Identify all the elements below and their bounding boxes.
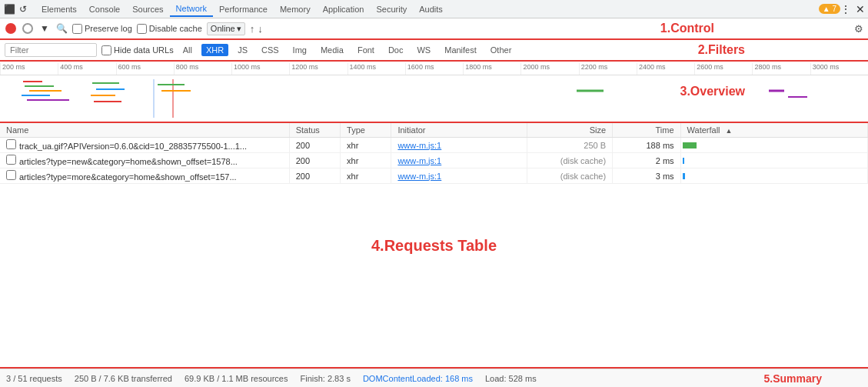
table-row[interactable]: articles?type=more&category=home&shown_o… <box>0 168 868 184</box>
filter-doc-button[interactable]: Doc <box>384 44 408 56</box>
tab-application[interactable]: Application <box>317 2 371 16</box>
cell-size: (disk cache) <box>527 168 613 184</box>
filter-js-button[interactable]: JS <box>233 44 252 56</box>
tab-sources[interactable]: Sources <box>126 2 169 16</box>
record-icon <box>5 23 16 34</box>
col-header-waterfall[interactable]: Waterfall ▲ <box>680 123 867 138</box>
filter-ws-button[interactable]: WS <box>412 44 435 56</box>
disable-cache-label[interactable]: Disable cache <box>137 24 202 34</box>
cell-status: 200 <box>289 138 340 153</box>
timeline-tick: 1000 ms <box>231 63 289 75</box>
tab-performance[interactable]: Performance <box>213 2 274 16</box>
cell-waterfall <box>680 168 867 184</box>
row-checkbox[interactable] <box>6 170 16 180</box>
cell-initiator[interactable]: www-m.js:1 <box>391 168 527 184</box>
table-row[interactable]: track_ua.gif?APIVersion=0.6.0&cid=10_288… <box>0 138 868 153</box>
timeline-tick: 2200 ms <box>579 63 637 75</box>
col-header-status[interactable]: Status <box>289 123 340 138</box>
disable-cache-text: Disable cache <box>149 24 202 33</box>
preserve-log-checkbox[interactable] <box>72 24 82 34</box>
disable-cache-checkbox[interactable] <box>137 24 147 34</box>
overview-section: 200 ms400 ms600 ms800 ms1000 ms1200 ms14… <box>0 62 868 123</box>
cell-type: xhr <box>341 168 391 184</box>
cell-size: 250 B <box>527 138 613 153</box>
throttle-selector[interactable]: Online ▾ <box>207 22 245 35</box>
resources-size: 69.9 KB / 1.1 MB resources <box>185 374 288 383</box>
cell-time: 3 ms <box>613 168 681 184</box>
row-checkbox[interactable] <box>6 139 16 149</box>
close-icon[interactable]: ✕ <box>856 3 865 15</box>
summary-bar: 3 / 51 requests 250 B / 7.6 KB transferr… <box>0 369 868 387</box>
col-header-type[interactable]: Type <box>341 123 391 138</box>
alert-badge: ▲ 7 <box>819 4 840 14</box>
waterfall-bar <box>683 173 685 179</box>
hide-data-urls-checkbox[interactable] <box>101 45 111 55</box>
timeline-tick: 2400 ms <box>637 63 694 75</box>
cell-initiator[interactable]: www-m.js:1 <box>391 138 527 153</box>
cell-type: xhr <box>341 153 391 168</box>
devtools-tab-bar: ⬛ ↺ Elements Console Sources Network Per… <box>0 0 868 18</box>
hide-data-urls-text: Hide data URLs <box>114 45 174 55</box>
filter-manifest-button[interactable]: Manifest <box>440 44 481 56</box>
table-row[interactable]: articles?type=new&category=home&shown_of… <box>0 153 868 168</box>
devtools-icon-2[interactable]: ↺ <box>17 3 29 15</box>
tab-memory[interactable]: Memory <box>274 2 317 16</box>
preserve-log-label[interactable]: Preserve log <box>72 24 132 34</box>
tab-console[interactable]: Console <box>83 2 126 16</box>
filter-font-button[interactable]: Font <box>353 44 379 56</box>
timeline-tick: 1200 ms <box>289 63 347 75</box>
timeline-tick: 400 ms <box>58 63 115 75</box>
timeline-tick: 1800 ms <box>463 63 520 75</box>
hide-data-urls-label[interactable]: Hide data URLs <box>101 45 174 55</box>
timeline-tick: 2600 ms <box>694 63 752 75</box>
upload-icon: ↑ <box>250 23 255 35</box>
timeline-tick: 200 ms <box>0 63 58 75</box>
filter-bar: Hide data URLs All XHR JS CSS Img Media … <box>0 40 868 62</box>
download-icon: ↓ <box>258 23 263 35</box>
waterfall-sort-arrow: ▲ <box>726 127 733 135</box>
filter-input[interactable] <box>5 43 97 57</box>
tab-audits[interactable]: Audits <box>413 2 449 16</box>
clear-button[interactable] <box>22 22 34 35</box>
cell-time: 2 ms <box>613 153 681 168</box>
cell-status: 200 <box>289 153 340 168</box>
control-bar: ▼ 🔍 Preserve log Disable cache Online ▾ … <box>0 18 868 40</box>
timeline-tick: 1400 ms <box>348 63 405 75</box>
load-time: Load: 528 ms <box>485 374 537 383</box>
record-button[interactable] <box>5 22 17 35</box>
filter-button[interactable]: ▼ <box>38 22 51 35</box>
gear-icon[interactable]: ⚙ <box>854 23 863 35</box>
summary-section-label: 5.Summary <box>764 372 822 385</box>
tab-network[interactable]: Network <box>170 2 213 17</box>
cell-waterfall <box>680 153 867 168</box>
requests-table: Name Status Type Initiator Size Time Wat… <box>0 123 868 184</box>
preserve-log-text: Preserve log <box>85 24 132 33</box>
col-header-size[interactable]: Size <box>527 123 613 138</box>
cell-initiator[interactable]: www-m.js:1 <box>391 153 527 168</box>
finish-time: Finish: 2.83 s <box>300 374 350 383</box>
vertical-dots-icon[interactable]: ⋮ <box>840 3 851 15</box>
tab-elements[interactable]: Elements <box>35 2 83 16</box>
cell-type: xhr <box>341 138 391 153</box>
tab-security[interactable]: Security <box>370 2 413 16</box>
requests-count: 3 / 51 requests <box>6 374 62 383</box>
dom-loaded-time: DOMContentLoaded: 168 ms <box>363 374 473 383</box>
clear-icon <box>22 23 33 34</box>
filter-img-button[interactable]: Img <box>288 44 311 56</box>
filter-other-button[interactable]: Other <box>486 44 517 56</box>
devtools-icon-1[interactable]: ⬛ <box>3 3 15 15</box>
col-header-time[interactable]: Time <box>613 123 681 138</box>
col-header-initiator[interactable]: Initiator <box>391 123 527 138</box>
overview-section-label: 3.Overview <box>680 85 746 98</box>
table-header-row: Name Status Type Initiator Size Time Wat… <box>0 123 868 138</box>
filter-xhr-button[interactable]: XHR <box>201 44 228 56</box>
requests-table-wrapper[interactable]: 4.Requests Table Name Status Type Initia… <box>0 123 868 369</box>
filter-all-button[interactable]: All <box>178 44 197 56</box>
timeline-tick: 2800 ms <box>752 63 810 75</box>
col-header-name[interactable]: Name <box>0 123 289 138</box>
filter-media-button[interactable]: Media <box>316 44 348 56</box>
row-checkbox[interactable] <box>6 155 16 165</box>
search-button[interactable]: 🔍 <box>55 22 68 35</box>
filter-css-button[interactable]: CSS <box>257 44 284 56</box>
timeline-ruler: 200 ms400 ms600 ms800 ms1000 ms1200 ms14… <box>0 62 868 75</box>
